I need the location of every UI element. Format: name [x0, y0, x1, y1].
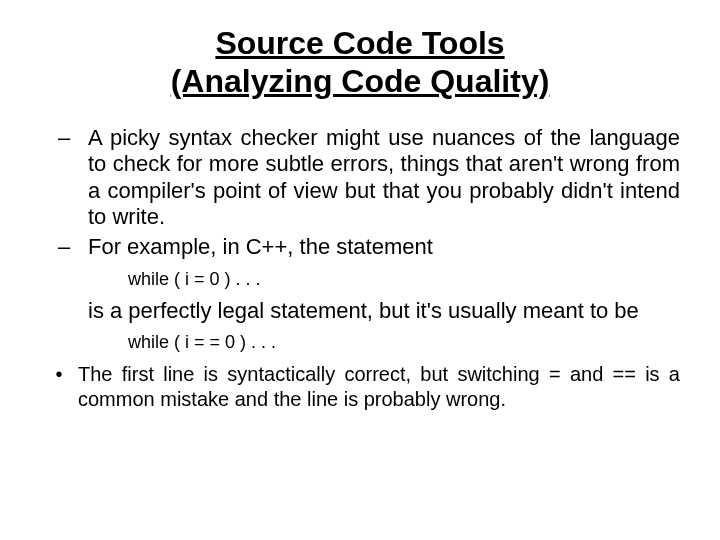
list-item-text: The first line is syntactically correct,…	[78, 362, 680, 412]
code-example-2: while ( i = = 0 ) . . .	[128, 330, 680, 355]
bullet-list: – A picky syntax checker might use nuanc…	[40, 125, 680, 412]
followup-text-1: is a perfectly legal statement, but it's…	[88, 298, 680, 324]
list-item: – A picky syntax checker might use nuanc…	[40, 125, 680, 231]
title-line-1: Source Code Tools	[215, 25, 504, 61]
slide-title: Source Code Tools (Analyzing Code Qualit…	[40, 24, 680, 101]
list-item: • The first line is syntactically correc…	[40, 362, 680, 412]
dash-marker: –	[40, 234, 88, 260]
bullet-marker: •	[40, 362, 78, 412]
list-item-text: A picky syntax checker might use nuances…	[88, 125, 680, 231]
code-example-1: while ( i = 0 ) . . .	[128, 267, 680, 292]
list-item: – For example, in C++, the statement	[40, 234, 680, 260]
title-line-2: (Analyzing Code Quality)	[40, 62, 680, 100]
dash-marker: –	[40, 125, 88, 231]
list-item-text: For example, in C++, the statement	[88, 234, 680, 260]
